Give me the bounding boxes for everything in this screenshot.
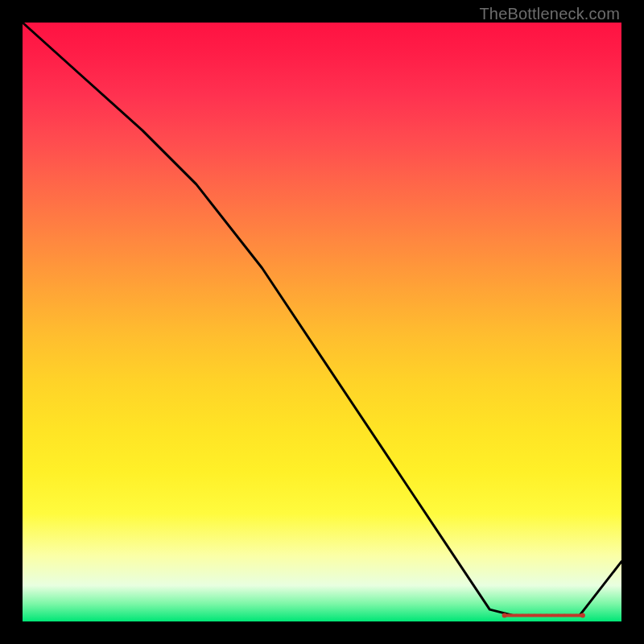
plot-area: [23, 23, 621, 621]
marker-group: [502, 613, 585, 618]
marker-endcap: [580, 613, 585, 618]
marker-endcap: [502, 613, 507, 618]
chart-svg: [23, 23, 621, 621]
chart-frame: TheBottleneck.com: [0, 0, 644, 644]
watermark-text: TheBottleneck.com: [479, 5, 620, 23]
line-series: [23, 23, 621, 616]
bottleneck-curve-path: [23, 23, 621, 616]
